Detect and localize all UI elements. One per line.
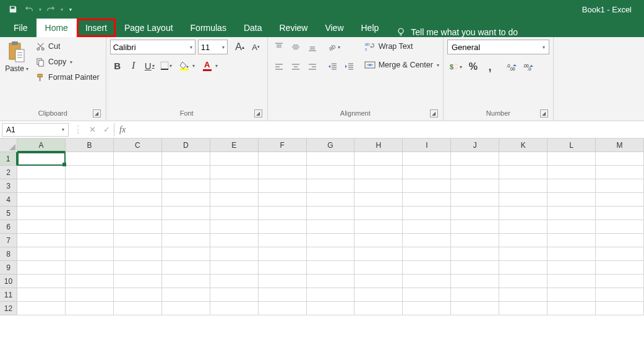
cell[interactable] — [17, 302, 66, 315]
cell[interactable] — [162, 302, 210, 315]
border-button[interactable]: ▾ — [158, 58, 174, 73]
cell[interactable] — [259, 220, 307, 234]
cell[interactable] — [499, 152, 547, 166]
cell[interactable] — [66, 166, 114, 179]
cell[interactable] — [403, 193, 451, 207]
paste-button[interactable]: Paste▾ — [4, 40, 30, 108]
cell[interactable] — [17, 152, 66, 166]
cell[interactable] — [259, 275, 307, 288]
cell[interactable] — [403, 166, 451, 179]
cell[interactable] — [307, 261, 355, 275]
column-header[interactable]: D — [162, 139, 210, 152]
cell[interactable] — [451, 179, 499, 193]
tab-view[interactable]: View — [316, 19, 352, 37]
cell[interactable] — [547, 234, 596, 247]
wrap-text-button[interactable]: abc Wrap Text — [364, 40, 439, 53]
cell[interactable] — [66, 247, 114, 261]
cell[interactable] — [547, 288, 596, 302]
cell[interactable] — [66, 234, 114, 247]
cell[interactable] — [66, 179, 114, 193]
row-header[interactable]: 1 — [0, 152, 17, 166]
column-header[interactable]: K — [499, 139, 547, 152]
cell[interactable] — [162, 220, 210, 234]
cell[interactable] — [162, 179, 210, 193]
cell[interactable] — [354, 247, 403, 261]
increase-font-button[interactable]: A▴ — [233, 40, 247, 54]
orientation-button[interactable]: ab▾ — [325, 40, 342, 54]
cell[interactable] — [547, 261, 596, 275]
font-size-dropdown[interactable]: 11▾ — [198, 40, 228, 54]
cell[interactable] — [114, 152, 162, 166]
comma-button[interactable]: , — [483, 59, 497, 74]
save-button[interactable] — [6, 2, 20, 16]
cell[interactable] — [499, 207, 547, 220]
cell[interactable] — [259, 179, 307, 193]
cell[interactable] — [354, 193, 403, 207]
align-bottom-button[interactable] — [305, 40, 320, 54]
cell[interactable] — [210, 275, 259, 288]
tab-insert[interactable]: Insert — [77, 19, 116, 37]
formula-input[interactable] — [131, 123, 644, 137]
cell[interactable] — [259, 193, 307, 207]
cell[interactable] — [547, 193, 596, 207]
cell[interactable] — [596, 234, 644, 247]
cell[interactable] — [499, 261, 547, 275]
cell[interactable] — [451, 207, 499, 220]
cell[interactable] — [596, 152, 644, 166]
cell[interactable] — [259, 247, 307, 261]
cell[interactable] — [547, 179, 596, 193]
cell[interactable] — [259, 261, 307, 275]
cell[interactable] — [403, 220, 451, 234]
cell[interactable] — [162, 247, 210, 261]
cell[interactable] — [114, 275, 162, 288]
cell[interactable] — [162, 207, 210, 220]
increase-decimal-button[interactable]: .0.00 — [504, 59, 519, 74]
cell[interactable] — [259, 152, 307, 166]
column-header[interactable]: F — [259, 139, 307, 152]
cell[interactable] — [66, 220, 114, 234]
column-header[interactable]: L — [547, 139, 596, 152]
cell[interactable] — [547, 302, 596, 315]
cell[interactable] — [17, 234, 66, 247]
cell[interactable] — [114, 247, 162, 261]
cell[interactable] — [596, 275, 644, 288]
cell[interactable] — [451, 247, 499, 261]
cell[interactable] — [259, 166, 307, 179]
cell[interactable] — [499, 302, 547, 315]
cell[interactable] — [596, 288, 644, 302]
cell[interactable] — [354, 234, 403, 247]
cell[interactable] — [403, 247, 451, 261]
cell[interactable] — [210, 207, 259, 220]
cell[interactable] — [354, 152, 403, 166]
fill-color-button[interactable]: ▾ — [175, 58, 197, 73]
column-header[interactable]: A — [17, 139, 66, 152]
cell[interactable] — [307, 152, 355, 166]
cell[interactable] — [17, 288, 66, 302]
cell[interactable] — [17, 166, 66, 179]
tab-formulas[interactable]: Formulas — [182, 19, 235, 37]
cell[interactable] — [210, 179, 259, 193]
insert-function-button[interactable]: fx — [114, 125, 131, 135]
redo-dropdown-icon[interactable]: ▾ — [61, 7, 63, 12]
cell[interactable] — [403, 275, 451, 288]
cell[interactable] — [17, 247, 66, 261]
cell[interactable] — [210, 234, 259, 247]
cell[interactable] — [114, 193, 162, 207]
cell[interactable] — [259, 207, 307, 220]
cell[interactable] — [596, 247, 644, 261]
cell[interactable] — [451, 261, 499, 275]
cell[interactable] — [114, 179, 162, 193]
cell[interactable] — [114, 261, 162, 275]
cell[interactable] — [354, 302, 403, 315]
cell[interactable] — [307, 288, 355, 302]
bold-button[interactable]: B — [110, 58, 125, 73]
cell[interactable] — [66, 152, 114, 166]
row-header[interactable]: 11 — [0, 288, 17, 302]
cell[interactable] — [307, 275, 355, 288]
cell[interactable] — [499, 247, 547, 261]
cell[interactable] — [499, 288, 547, 302]
tab-page-layout[interactable]: Page Layout — [116, 19, 182, 37]
cell[interactable] — [596, 220, 644, 234]
cell[interactable] — [17, 220, 66, 234]
font-dialog-launcher[interactable]: ◢ — [254, 109, 262, 117]
